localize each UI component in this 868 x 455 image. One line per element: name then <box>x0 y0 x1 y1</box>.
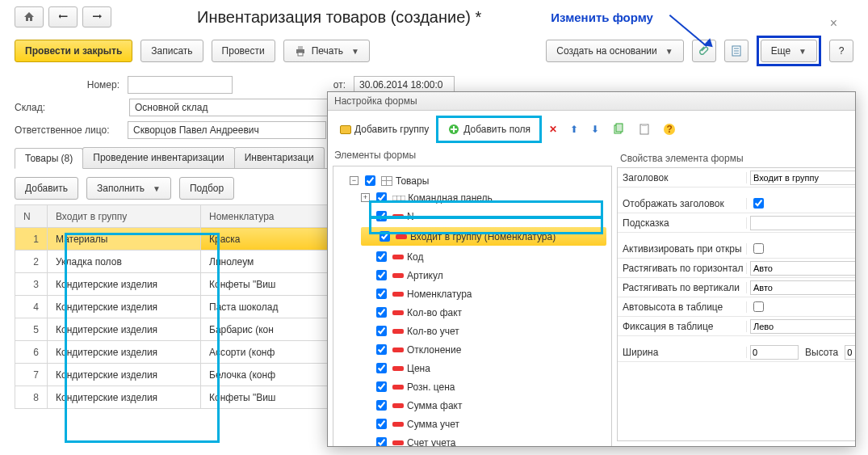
help-button-dialog[interactable]: ? <box>658 120 681 138</box>
back-button[interactable]: 🠔 <box>48 6 78 27</box>
move-down-button[interactable]: ⬇ <box>585 120 605 138</box>
table-row[interactable]: 2 Укладка полов Линолеум <box>15 251 333 273</box>
tree-node-label: N <box>407 211 414 222</box>
warehouse-field[interactable] <box>129 99 328 116</box>
goods-table[interactable]: N Входит в группу Номенклатура 1 Материа… <box>15 204 333 409</box>
table-row[interactable]: 1 Материалы Краска <box>15 228 333 251</box>
prop-show-title-checkbox[interactable] <box>753 198 764 209</box>
tree-checkbox[interactable] <box>376 307 387 318</box>
arrow-right-icon: 🠖 <box>92 11 102 23</box>
table-row[interactable]: 4 Кондитерские изделия Паста шоколад <box>15 296 333 318</box>
table-row[interactable]: 8 Кондитерские изделия Конфеты "Виш <box>15 386 333 409</box>
tree-item[interactable]: Кол-во факт <box>361 305 606 320</box>
tree-checkbox[interactable] <box>376 192 387 203</box>
table-row[interactable]: 5 Кондитерские изделия Барбарис (кон <box>15 318 333 341</box>
expand-icon[interactable]: + <box>361 193 370 202</box>
tree-node-label: Розн. цена <box>407 381 455 393</box>
move-up-button[interactable]: ⬆ <box>564 120 584 138</box>
number-field[interactable] <box>128 76 233 94</box>
tree-item[interactable]: Номенклатура <box>361 286 606 301</box>
add-group-button[interactable]: Добавить группу <box>334 120 434 138</box>
forward-button[interactable]: 🠖 <box>82 6 111 27</box>
responsible-label: Ответственное лицо: <box>15 124 120 136</box>
chevron-down-icon: ▼ <box>351 47 359 56</box>
prop-hint-input[interactable] <box>750 216 855 230</box>
tree-item[interactable]: N <box>361 209 606 224</box>
form-elements-tree[interactable]: − Товары + □□□ Командная панель <box>333 166 612 446</box>
tree-checkbox[interactable] <box>376 363 387 373</box>
field-icon <box>396 234 407 239</box>
delete-icon: ✕ <box>549 124 557 135</box>
pick-button[interactable]: Подбор <box>179 177 234 200</box>
tab-inventory-3[interactable]: Инвентаризаци <box>234 147 325 168</box>
delete-button[interactable]: ✕ <box>543 120 563 138</box>
tree-checkbox[interactable] <box>376 251 387 262</box>
close-icon[interactable]: × <box>830 16 837 31</box>
arrow-up-icon: ⬆ <box>570 124 578 135</box>
tree-item[interactable]: Розн. цена <box>361 379 606 394</box>
tab-goods[interactable]: Товары (8) <box>15 148 83 169</box>
table-row[interactable]: 7 Кондитерские изделия Белочка (конф <box>15 364 333 386</box>
tab-inventory-process[interactable]: Проведение инвентаризации <box>82 147 234 168</box>
svg-rect-11 <box>642 124 647 126</box>
col-n[interactable]: N <box>15 205 48 228</box>
tree-node-label: Кол-во учет <box>407 326 459 337</box>
responsible-field[interactable] <box>128 121 326 139</box>
save-button[interactable]: Записать <box>140 40 203 62</box>
report-button[interactable] <box>724 40 748 62</box>
add-fields-button[interactable]: Добавить поля <box>442 120 536 139</box>
tree-item[interactable]: Сумма факт <box>361 398 606 413</box>
tree-title: Элементы формы <box>334 150 612 161</box>
tree-checkbox[interactable] <box>365 175 375 186</box>
tree-item[interactable]: Код <box>361 249 606 264</box>
paste-button[interactable] <box>632 120 656 139</box>
tree-checkbox[interactable] <box>376 419 387 429</box>
tree-item[interactable]: Кол-во учет <box>361 323 606 339</box>
add-row-button[interactable]: Добавить <box>15 177 78 200</box>
table-row[interactable]: 6 Кондитерские изделия Ассорти (конф <box>15 341 333 364</box>
prop-stretch-v-input[interactable] <box>750 280 855 295</box>
home-icon <box>23 11 36 23</box>
field-icon <box>392 214 404 219</box>
tree-checkbox[interactable] <box>376 326 387 336</box>
post-button[interactable]: Провести <box>212 40 275 62</box>
document-icon <box>730 44 743 57</box>
svg-rect-9 <box>616 124 623 132</box>
fill-button[interactable]: Заполнить▼ <box>86 177 171 200</box>
col-group[interactable]: Входит в группу <box>48 205 201 228</box>
collapse-icon[interactable]: − <box>350 176 359 185</box>
tree-checkbox[interactable] <box>376 211 387 221</box>
tree-checkbox[interactable] <box>376 381 387 392</box>
prop-fixation-input[interactable] <box>750 319 855 334</box>
tree-checkbox[interactable] <box>376 437 387 446</box>
col-nomk[interactable]: Номенклатура <box>201 205 333 228</box>
prop-activate-checkbox[interactable] <box>753 243 764 254</box>
more-button[interactable]: Еще▼ <box>761 40 817 62</box>
dialog-title: Настройка формы <box>328 92 855 111</box>
field-icon <box>392 329 404 334</box>
tree-checkbox[interactable] <box>376 400 387 411</box>
home-button[interactable] <box>15 6 44 27</box>
tree-item[interactable]: Сумма учет <box>361 416 606 432</box>
tree-item[interactable]: Счет учета <box>361 435 606 446</box>
prop-autoheight-checkbox[interactable] <box>753 301 764 312</box>
tree-item[interactable]: Цена <box>361 360 606 376</box>
prop-height-input[interactable] <box>845 345 855 360</box>
props-grid: Заголовок Отображать заголовок Подсказка… <box>617 167 855 441</box>
prop-width-input[interactable] <box>750 345 799 360</box>
tree-item[interactable]: Входит в группу (Номенклатура) <box>361 227 606 246</box>
tree-checkbox[interactable] <box>376 289 387 299</box>
copy-button[interactable] <box>606 120 631 139</box>
tree-checkbox[interactable] <box>376 344 387 355</box>
table-row[interactable]: 3 Кондитерские изделия Конфеты "Виш <box>15 273 333 296</box>
prop-title-input[interactable] <box>750 171 855 185</box>
tree-item[interactable]: Артикул <box>361 268 606 283</box>
number-label: Номер: <box>15 79 120 91</box>
tree-item[interactable]: Отклонение <box>361 342 606 357</box>
tree-checkbox[interactable] <box>376 270 387 280</box>
tree-checkbox[interactable] <box>379 231 390 242</box>
prop-stretch-h-input[interactable] <box>750 261 855 276</box>
post-and-close-button[interactable]: Провести и закрыть <box>15 40 132 62</box>
help-button[interactable]: ? <box>829 40 853 62</box>
print-button[interactable]: Печать▼ <box>283 40 370 62</box>
